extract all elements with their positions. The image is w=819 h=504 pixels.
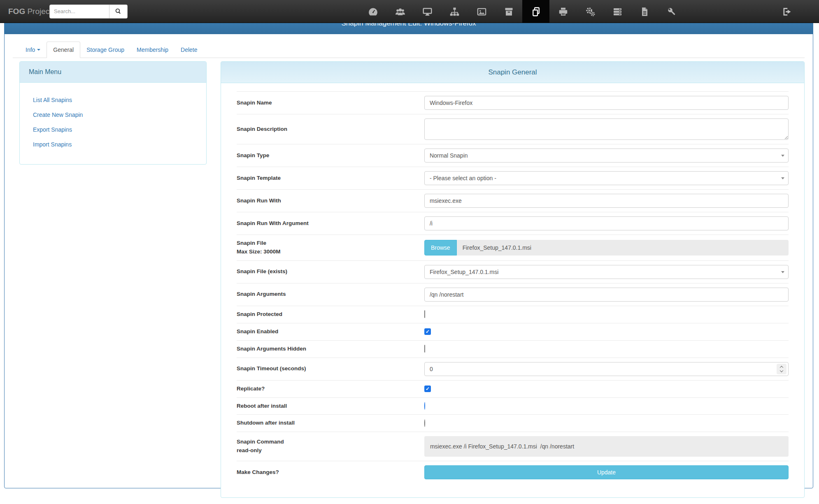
- snapin-file-max-size: Max Size: 3000M: [237, 248, 424, 256]
- hardware-icon[interactable]: [604, 0, 631, 23]
- snapin-arguments-input[interactable]: [424, 288, 789, 302]
- snapin-protected-checkbox[interactable]: [424, 310, 425, 318]
- snapin-template-select[interactable]: - Please select an option -: [424, 171, 789, 185]
- snapin-description-textarea[interactable]: [424, 118, 789, 140]
- snapin-timeout-input[interactable]: [424, 362, 789, 376]
- number-spinner[interactable]: [777, 364, 786, 374]
- shutdown-after-install-radio[interactable]: [424, 419, 425, 427]
- row-snapin-enabled: Snapin Enabled: [237, 323, 789, 340]
- snapin-type-select[interactable]: Normal Snapin: [424, 149, 789, 163]
- spinner-down-icon[interactable]: [780, 369, 783, 372]
- reboot-after-install-radio[interactable]: [424, 402, 425, 410]
- snapin-file-group: Browse Firefox_Setup_147.0.1.msi: [424, 240, 789, 255]
- snapin-icon[interactable]: [522, 0, 549, 23]
- snapin-file-name: Firefox_Setup_147.0.1.msi: [457, 240, 789, 255]
- menu-link-create-new-snapin[interactable]: Create New Snapin: [20, 107, 206, 122]
- menu-link-export-snapins[interactable]: Export Snapins: [20, 122, 206, 137]
- snapin-run-with-input[interactable]: [424, 194, 789, 208]
- snapin-name-input[interactable]: [424, 96, 789, 110]
- snapin-description-label: Snapin Description: [237, 125, 424, 134]
- snapin-timeout-label: Snapin Timeout (seconds): [237, 365, 424, 373]
- row-snapin-arguments-hidden: Snapin Arguments Hidden: [237, 340, 789, 358]
- update-button[interactable]: Update: [424, 465, 789, 479]
- browse-button[interactable]: Browse: [424, 240, 457, 255]
- storage-icon[interactable]: [495, 0, 522, 23]
- row-snapin-timeout: Snapin Timeout (seconds): [237, 358, 789, 380]
- make-changes-label: Make Changes?: [237, 468, 424, 477]
- row-snapin-name: Snapin Name: [237, 91, 789, 114]
- service-icon[interactable]: [658, 0, 685, 23]
- tab-general[interactable]: General: [47, 42, 80, 58]
- row-snapin-description: Snapin Description: [237, 114, 789, 144]
- navbar-modules: [359, 0, 685, 23]
- row-snapin-file: Snapin File Max Size: 3000M Browse Firef…: [237, 235, 789, 260]
- replicate-label: Replicate?: [237, 385, 424, 393]
- group-icon[interactable]: [441, 0, 468, 23]
- row-snapin-template: Snapin Template - Please select an optio…: [237, 167, 789, 189]
- snapin-protected-label: Snapin Protected: [237, 310, 424, 319]
- snapin-enabled-label: Snapin Enabled: [237, 327, 424, 336]
- host-icon[interactable]: [414, 0, 441, 23]
- snapin-run-with-argument-input[interactable]: [424, 216, 789, 230]
- main-menu-body: List All Snapins Create New Snapin Expor…: [20, 83, 206, 164]
- printer-icon[interactable]: [549, 0, 577, 23]
- main-menu-panel: Main Menu List All Snapins Create New Sn…: [19, 61, 207, 165]
- row-replicate: Replicate?: [237, 380, 789, 397]
- search-button[interactable]: [109, 5, 128, 19]
- row-snapin-arguments: Snapin Arguments: [237, 283, 789, 306]
- snapin-file-label: Snapin File Max Size: 3000M: [237, 239, 424, 256]
- snapin-command-value: msiexec.exe /i Firefox_Setup_147.0.1.msi…: [424, 436, 789, 457]
- snapin-run-with-argument-label: Snapin Run With Argument: [237, 219, 424, 228]
- snapin-timeout-wrap: [424, 362, 789, 376]
- snapin-file-exists-select[interactable]: Firefox_Setup_147.0.1.msi: [424, 265, 789, 279]
- snapin-template-label: Snapin Template: [237, 174, 424, 183]
- logout-button[interactable]: [775, 0, 799, 23]
- menu-link-import-snapins[interactable]: Import Snapins: [20, 137, 206, 152]
- row-snapin-command: Snapin Command read-only msiexec.exe /i …: [237, 432, 789, 461]
- top-navbar: FOG Project: [0, 0, 819, 23]
- snapin-management-panel: Snapin Management Edit: Windows-Firefox …: [4, 12, 813, 488]
- users-icon[interactable]: [386, 0, 414, 23]
- tab-storage-group[interactable]: Storage Group: [80, 42, 130, 58]
- report-icon[interactable]: [631, 0, 658, 23]
- snapin-command-readonly-note: read-only: [237, 446, 424, 455]
- search-input[interactable]: [49, 5, 109, 19]
- shutdown-after-install-label: Shutdown after install: [237, 419, 424, 427]
- tab-membership[interactable]: Membership: [130, 42, 175, 58]
- row-snapin-protected: Snapin Protected: [237, 306, 789, 323]
- search-icon: [115, 8, 122, 15]
- row-snapin-type: Snapin Type Normal Snapin: [237, 144, 789, 167]
- reboot-after-install-label: Reboot after install: [237, 402, 424, 411]
- row-shutdown-after-install: Shutdown after install: [237, 414, 789, 432]
- snapin-enabled-checkbox[interactable]: [424, 328, 431, 335]
- snapin-general-form: Snapin Name Snapin Description Snapin Ty…: [221, 83, 804, 497]
- row-reboot-after-install: Reboot after install: [237, 397, 789, 415]
- menu-link-list-all-snapins[interactable]: List All Snapins: [20, 93, 206, 107]
- tab-delete[interactable]: Delete: [175, 42, 203, 58]
- snapin-command-label: Snapin Command read-only: [237, 438, 424, 455]
- dashboard-icon[interactable]: [359, 0, 386, 23]
- navbar-search: [49, 5, 128, 19]
- row-snapin-file-exists: Snapin File (exists) Firefox_Setup_147.0…: [237, 260, 789, 283]
- snapin-tabs: Info General Storage Group Membership De…: [13, 42, 805, 58]
- image-icon[interactable]: [468, 0, 495, 23]
- row-make-changes: Make Changes? Update: [237, 461, 789, 483]
- snapin-arguments-hidden-checkbox[interactable]: [424, 345, 425, 353]
- snapin-arguments-label: Snapin Arguments: [237, 290, 424, 299]
- tasks-icon[interactable]: [577, 0, 604, 23]
- tab-info[interactable]: Info: [19, 42, 47, 58]
- snapin-run-with-label: Snapin Run With: [237, 197, 424, 205]
- snapin-arguments-hidden-label: Snapin Arguments Hidden: [237, 345, 424, 353]
- snapin-general-title: Snapin General: [221, 62, 804, 83]
- fog-brand[interactable]: FOG Project: [8, 7, 48, 16]
- main-menu-title: Main Menu: [20, 62, 206, 83]
- snapin-type-label: Snapin Type: [237, 151, 424, 160]
- row-snapin-run-with-argument: Snapin Run With Argument: [237, 212, 789, 235]
- chevron-down-icon: [37, 49, 40, 51]
- replicate-checkbox[interactable]: [424, 386, 431, 392]
- row-snapin-run-with: Snapin Run With: [237, 189, 789, 212]
- snapin-name-label: Snapin Name: [237, 99, 424, 107]
- snapin-general-panel: Snapin General Snapin Name Snapin Descri…: [221, 61, 805, 498]
- logout-icon: [782, 7, 792, 17]
- snapin-management-body: Info General Storage Group Membership De…: [5, 34, 813, 504]
